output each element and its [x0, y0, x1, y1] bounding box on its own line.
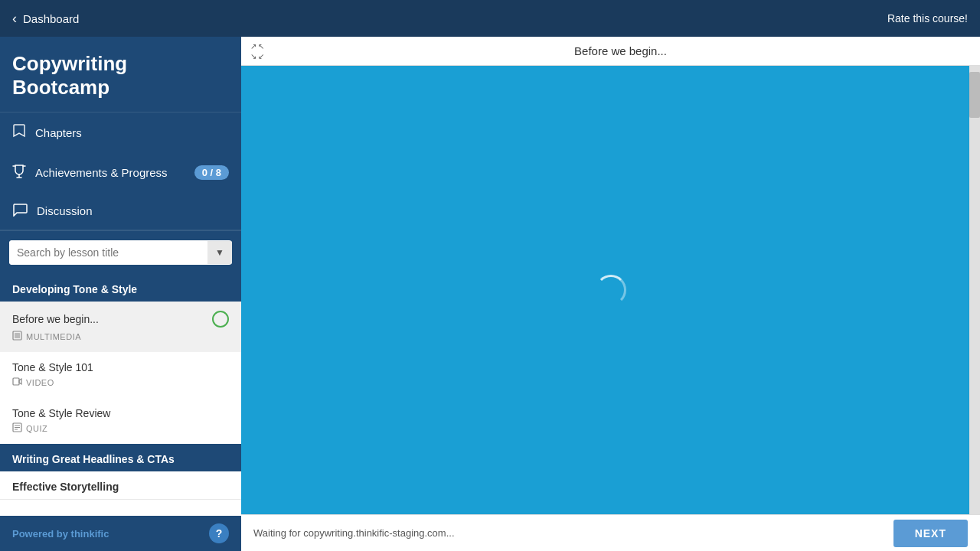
video-title: Before we begin...: [270, 44, 971, 57]
back-chevron-icon: ‹: [12, 11, 17, 27]
expand-topleft-icon: ↗: [250, 42, 256, 51]
lesson-title: Tone & Style 101: [12, 361, 229, 373]
trophy-icon: [12, 164, 26, 181]
achievements-label: Achievements & Progress: [35, 166, 168, 179]
bottom-bar: Waiting for copywriting.thinkific-stagin…: [241, 514, 980, 551]
quiz-icon: [12, 422, 22, 434]
lesson-before-we-begin[interactable]: Before we begin... MULTIMEDIA: [0, 302, 241, 352]
lessons-list: Developing Tone & Style Before we begin.…: [0, 274, 241, 516]
sidebar-nav: Chapters Achievements & Progress 0 / 8: [0, 112, 241, 231]
lesson-type: MULTIMEDIA: [12, 331, 229, 342]
status-text: Waiting for copywriting.thinkific-stagin…: [253, 527, 455, 539]
dashboard-link[interactable]: Dashboard: [23, 12, 79, 25]
chapter-headlines: Writing Great Headlines & CTAs: [0, 444, 241, 471]
chapter-storytelling: Effective Storytelling: [0, 471, 241, 500]
chapters-label: Chapters: [35, 126, 82, 139]
scrollbar-thumb[interactable]: [969, 72, 980, 118]
chat-icon: [12, 203, 28, 219]
chapter-developing-tone: Developing Tone & Style: [0, 274, 241, 302]
lesson-tone-style-review[interactable]: Tone & Style Review QUIZ: [0, 398, 241, 444]
help-button[interactable]: ?: [209, 523, 229, 543]
lesson-tone-style-101[interactable]: Tone & Style 101 VIDEO: [0, 352, 241, 398]
expand-button[interactable]: ↗ ↖ ↘ ↙: [250, 42, 264, 60]
bookmark-icon: [12, 123, 26, 142]
lesson-type: VIDEO: [12, 377, 229, 388]
discussion-label: Discussion: [37, 204, 93, 217]
sidebar: Copywriting Bootcamp Chapters Ach: [0, 37, 241, 551]
svg-rect-1: [15, 333, 20, 338]
scrollbar-track[interactable]: [969, 66, 980, 514]
content-area: ↗ ↖ ↘ ↙ Before we begin... Waiting for c…: [241, 37, 980, 551]
back-button[interactable]: ‹ Dashboard: [12, 11, 79, 27]
thinkific-logo: Powered by thinkific: [12, 528, 109, 540]
multimedia-icon: [12, 331, 22, 342]
powered-by-bar: Powered by thinkific ?: [0, 516, 241, 551]
expand-topright-icon: ↖: [258, 42, 264, 51]
lesson-type: QUIZ: [12, 422, 229, 434]
lesson-status-circle: [212, 311, 229, 328]
video-toolbar: ↗ ↖ ↘ ↙ Before we begin...: [241, 37, 980, 66]
achievements-badge: 0 / 8: [194, 165, 229, 180]
search-wrapper: ▼: [9, 240, 232, 265]
svg-rect-2: [13, 378, 19, 385]
sidebar-item-chapters[interactable]: Chapters: [0, 112, 241, 153]
next-button[interactable]: NEXT: [893, 520, 968, 547]
sidebar-item-discussion[interactable]: Discussion: [0, 192, 241, 230]
main-layout: Copywriting Bootcamp Chapters Ach: [0, 37, 980, 551]
loading-spinner: [596, 275, 626, 305]
top-bar: ‹ Dashboard Rate this course!: [0, 0, 980, 37]
sidebar-item-achievements[interactable]: Achievements & Progress 0 / 8: [0, 153, 241, 192]
lesson-title: Tone & Style Review: [12, 407, 229, 419]
search-container: ▼: [0, 231, 241, 274]
video-icon: [12, 377, 22, 388]
expand-bottomleft-icon: ↘: [250, 52, 256, 60]
search-dropdown-button[interactable]: ▼: [207, 241, 232, 264]
lesson-title: Before we begin...: [12, 311, 229, 328]
search-input[interactable]: [9, 240, 207, 265]
expand-bottomright-icon: ↙: [258, 52, 264, 60]
rate-course-button[interactable]: Rate this course!: [887, 12, 968, 24]
video-frame: [241, 66, 980, 514]
course-title: Copywriting Bootcamp: [0, 37, 241, 112]
